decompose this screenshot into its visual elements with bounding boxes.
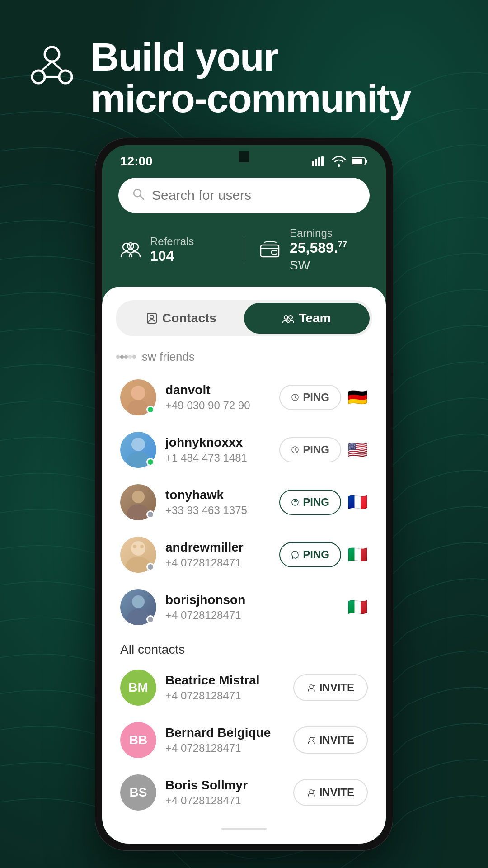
sw-friends-icon (116, 354, 136, 359)
status-bar: 12:00 (102, 145, 386, 173)
ping-button[interactable]: PING (279, 437, 341, 462)
svg-rect-6 (312, 161, 314, 166)
hero-title: Build your micro-community (90, 36, 410, 120)
contact-actions: INVITE (293, 674, 368, 701)
svg-point-37 (310, 685, 313, 689)
phone-mockup: 12:00 (95, 138, 393, 851)
contact-actions: 🇮🇹 (347, 598, 368, 617)
contact-actions: PING 🇫🇷 (279, 490, 368, 515)
country-flag: 🇩🇪 (347, 388, 368, 407)
ping-button[interactable]: PING (279, 490, 341, 515)
svg-rect-7 (315, 159, 317, 166)
svg-point-22 (284, 316, 288, 319)
search-bar[interactable] (118, 178, 370, 213)
avatar (120, 379, 156, 415)
earnings-value: 25,589.77 SW (290, 240, 370, 273)
contact-info: andrewmiller +4 0728128471 (165, 540, 270, 569)
referrals-stat: Referrals 104 (118, 235, 230, 264)
contact-name: borisjhonson (165, 593, 338, 607)
contact-actions: INVITE (293, 726, 368, 754)
contact-actions: PING 🇺🇸 (279, 437, 368, 462)
svg-line-3 (41, 61, 52, 71)
contact-phone: +4 0728128471 (165, 742, 284, 755)
avatar-initials: BM (120, 670, 156, 706)
sw-friends-section-label: sw friends (116, 350, 372, 364)
country-flag: 🇮🇹 (347, 598, 368, 617)
referrals-value: 104 (150, 248, 194, 264)
hero-section: Build your micro-community (0, 0, 488, 138)
online-indicator (146, 563, 155, 571)
avatar: BS (120, 774, 156, 811)
contact-info: tonyhawk +33 93 463 1375 (165, 488, 270, 517)
earnings-info: Earnings 25,589.77 SW (290, 227, 370, 273)
avatar (120, 484, 156, 520)
earnings-label: Earnings (290, 227, 370, 240)
online-indicator (146, 406, 155, 414)
avatar (120, 432, 156, 468)
avatar: BM (120, 670, 156, 706)
country-flag: 🇮🇹 (347, 545, 368, 564)
avatar: BB (120, 722, 156, 758)
svg-rect-8 (318, 157, 320, 166)
svg-point-25 (127, 400, 149, 415)
friends-list: danvolt +49 030 90 72 90 PING 🇩🇪 (116, 371, 372, 633)
svg-line-14 (140, 196, 144, 199)
list-item: andrewmiller +4 0728128471 PING 🇮🇹 (116, 528, 372, 581)
svg-point-43 (310, 790, 313, 793)
avatar (120, 589, 156, 625)
tab-contacts[interactable]: Contacts (118, 303, 244, 334)
contact-info: Bernard Belgique +4 0728128471 (165, 726, 284, 755)
avatar (120, 537, 156, 573)
contact-phone: +4 0728128471 (165, 557, 270, 569)
svg-point-21 (150, 315, 154, 319)
country-flag: 🇫🇷 (347, 493, 368, 512)
svg-point-2 (59, 71, 72, 83)
country-flag: 🇺🇸 (347, 440, 368, 459)
all-contacts-label: All contacts (116, 633, 372, 661)
contact-info: danvolt +49 030 90 72 90 (165, 383, 270, 412)
scroll-indicator (221, 828, 267, 830)
svg-point-31 (131, 541, 145, 556)
earnings-icon (258, 238, 282, 262)
contact-phone: +4 0728128471 (165, 609, 338, 622)
search-input[interactable] (152, 188, 356, 203)
contact-actions: PING 🇮🇹 (279, 542, 368, 567)
contact-info: Boris Sollmyr +4 0728128471 (165, 778, 284, 807)
referrals-icon (118, 238, 143, 262)
svg-rect-9 (321, 156, 324, 166)
svg-point-40 (310, 737, 313, 741)
svg-point-15 (123, 243, 130, 250)
tabs[interactable]: Contacts Team (116, 300, 372, 336)
online-indicator (146, 458, 155, 466)
contact-phone: +4 0728128471 (165, 794, 284, 807)
status-time: 12:00 (120, 154, 153, 169)
svg-point-24 (131, 386, 145, 400)
all-contacts-list: BM Beatrice Mistral +4 0728128471 INVITE (116, 661, 372, 819)
earnings-stat: Earnings 25,589.77 SW (258, 227, 370, 273)
invite-button[interactable]: INVITE (293, 726, 368, 754)
online-indicator (146, 615, 155, 623)
contact-phone: +4 0728128471 (165, 689, 284, 702)
svg-point-26 (131, 438, 145, 451)
contact-name: danvolt (165, 383, 270, 397)
tab-team[interactable]: Team (244, 303, 370, 334)
contact-phone: +33 93 463 1375 (165, 504, 270, 517)
svg-point-35 (132, 595, 145, 608)
ping-button[interactable]: PING (279, 542, 341, 567)
invite-button[interactable]: INVITE (293, 674, 368, 701)
invite-button[interactable]: INVITE (293, 779, 368, 806)
svg-point-36 (127, 609, 150, 625)
contact-info: Beatrice Mistral +4 0728128471 (165, 673, 284, 702)
contact-name: tonyhawk (165, 488, 270, 502)
svg-point-1 (32, 71, 45, 83)
svg-point-0 (45, 47, 59, 61)
contact-phone: +49 030 90 72 90 (165, 399, 270, 412)
ping-button[interactable]: PING (279, 385, 341, 410)
status-icons (312, 156, 368, 167)
svg-point-29 (127, 504, 150, 520)
list-item: BS Boris Sollmyr +4 0728128471 INVITE (116, 766, 372, 819)
referrals-label: Referrals (150, 235, 194, 248)
contact-name: Boris Sollmyr (165, 778, 284, 793)
svg-rect-19 (272, 250, 277, 254)
svg-line-4 (52, 61, 63, 71)
